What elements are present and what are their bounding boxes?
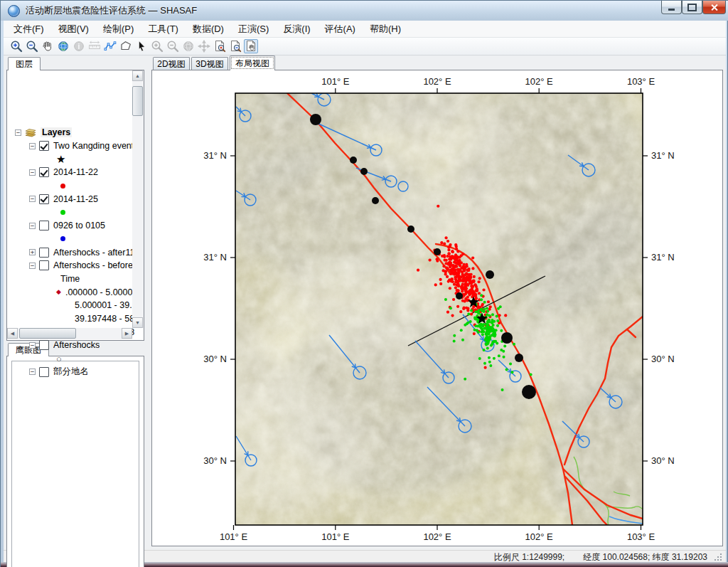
menu-tools[interactable]: 工具(T) [141, 21, 186, 38]
tab-2d-view[interactable]: 2D视图 [153, 57, 190, 70]
zoom-in-icon[interactable] [9, 39, 23, 53]
tree-hscrollbar[interactable]: ◀ ▶ [7, 328, 132, 339]
tree-row[interactable]: 39.197448 - 58.796 [11, 312, 134, 326]
collapse-icon[interactable]: − [29, 342, 36, 349]
layer-label: 部分地名 [53, 366, 89, 378]
pan-icon[interactable] [41, 39, 55, 53]
collapse-icon[interactable]: − [29, 223, 36, 229]
axis-tick-label: 101° E [321, 76, 350, 87]
collapse-icon[interactable]: − [29, 143, 36, 149]
tree-row[interactable] [11, 179, 134, 193]
menu-draw[interactable]: 绘制(P) [96, 21, 141, 38]
collapse-icon[interactable]: − [29, 369, 36, 375]
layer-checkbox[interactable] [39, 194, 49, 204]
menu-data[interactable]: 数据(D) [186, 21, 231, 38]
page-pan-icon[interactable] [244, 39, 258, 53]
tree-row[interactable]: +Aftershocks - after112 [11, 245, 134, 259]
layer-checkbox[interactable] [39, 367, 49, 377]
scroll-thumb[interactable] [132, 86, 143, 116]
identify-icon: i [72, 39, 86, 53]
svg-text:i: i [78, 43, 80, 51]
menu-forward[interactable]: 正演(S) [231, 21, 276, 38]
layer-checkbox[interactable] [39, 221, 49, 230]
tree-vscrollbar[interactable]: ▲ ▼ [132, 70, 144, 328]
select-icon[interactable] [134, 39, 149, 53]
layer-tree[interactable]: −Layers−Two Kangding events★−2014-11-22−… [11, 126, 134, 382]
axis-tick-label: 30° N [651, 455, 675, 466]
zoom-out-icon[interactable] [25, 39, 39, 53]
polyline-icon[interactable] [103, 39, 117, 53]
tree-row[interactable]: 5.000001 - 39.1974 [11, 299, 134, 312]
point-symbol-icon [60, 184, 65, 189]
axis-tick-label: 30° N [203, 455, 227, 466]
layer-label: 2014-11-22 [53, 167, 98, 177]
page-zoom-in-icon[interactable] [213, 39, 227, 53]
axis-tick-label: 31° N [651, 252, 675, 263]
scroll-thumb[interactable] [19, 328, 76, 339]
layer-label: 5.000001 - 39.1974 [75, 300, 134, 310]
polygon-icon[interactable] [119, 39, 133, 53]
tree-row[interactable]: −Aftershocks - before1 [11, 259, 134, 272]
layer-label: 39.197448 - 58.796 [75, 314, 134, 324]
collapse-icon[interactable]: − [29, 196, 36, 202]
menu-inverse[interactable]: 反演(I) [276, 21, 317, 38]
tree-row[interactable]: −2014-11-22 [11, 166, 134, 179]
menu-view[interactable]: 视图(V) [51, 21, 96, 38]
measure-icon [87, 39, 102, 53]
layer-label: Aftershocks - before1 [53, 260, 134, 270]
zoom-out-icon [166, 39, 180, 53]
scroll-down-arrow[interactable]: ▼ [132, 317, 143, 328]
close-button[interactable] [702, 1, 726, 14]
tree-row[interactable] [11, 233, 134, 246]
resize-grip[interactable] [720, 559, 722, 561]
tree-row[interactable]: ○ [11, 352, 134, 366]
expand-icon[interactable]: + [29, 249, 36, 255]
tab-layers[interactable]: 图层 [8, 57, 41, 70]
tree-row[interactable]: ◆.000000 - 5.000000 [11, 285, 134, 299]
axis-tick-label: 101° E [220, 531, 248, 542]
layer-checkbox[interactable] [39, 260, 49, 270]
circle-symbol-icon: ○ [56, 354, 62, 364]
axis-tick-label: 103° E [627, 76, 655, 87]
menu-help[interactable]: 帮助(H) [363, 21, 408, 38]
axis-tick-label: 101° E [321, 531, 350, 542]
title-bar[interactable]: 活动断层地震危险性评估系统 — SHASAF [1, 1, 728, 21]
tree-row[interactable]: −Two Kangding events [11, 139, 134, 153]
axis-tick-label: 102° E [525, 76, 554, 87]
tree-row[interactable]: ★ [11, 152, 134, 166]
layer-checkbox[interactable] [39, 248, 49, 258]
scroll-left-arrow[interactable]: ◀ [7, 328, 18, 339]
layout-map[interactable]: 101° E101° E101° E102° E102° E102° E102°… [152, 70, 722, 546]
layer-checkbox[interactable] [39, 167, 49, 177]
tree-row[interactable]: −部分地名 [11, 365, 134, 378]
app-window: 活动断层地震危险性评估系统 — SHASAF 文件(F)视图(V)绘制(P)工具… [0, 0, 728, 567]
tree-row[interactable]: −2014-11-25 [11, 192, 134, 206]
axis-tick-label: 31° N [203, 252, 227, 263]
map-canvas[interactable]: 101° E101° E101° E102° E102° E102° E102°… [151, 70, 723, 546]
tree-row[interactable]: Time [11, 272, 134, 286]
scroll-right-arrow[interactable]: ▶ [122, 328, 132, 339]
layer-checkbox[interactable] [39, 340, 49, 350]
tree-row[interactable]: −0926 to 0105 [11, 219, 134, 233]
scroll-up-arrow[interactable]: ▲ [132, 70, 143, 81]
tree-row[interactable] [11, 206, 134, 219]
axis-tick-label: 31° N [651, 150, 675, 161]
page-zoom-out-icon[interactable] [228, 39, 242, 53]
tree-row[interactable]: −Layers [11, 126, 134, 139]
minimize-button[interactable] [661, 1, 682, 14]
tab-layout-view[interactable]: 布局视图 [230, 55, 275, 70]
collapse-icon[interactable]: − [15, 129, 21, 136]
globe-icon[interactable] [56, 39, 70, 53]
collapse-icon[interactable]: − [29, 263, 36, 269]
tree-row[interactable]: −Aftershocks [11, 339, 134, 352]
menu-file[interactable]: 文件(F) [6, 21, 51, 38]
layer-label: Aftershocks [53, 340, 100, 350]
maximize-button[interactable] [682, 1, 702, 14]
zoom-in-icon [150, 39, 164, 53]
collapse-icon[interactable]: − [29, 169, 36, 176]
menu-assess[interactable]: 评估(A) [318, 21, 363, 38]
layer-label: 2014-11-25 [53, 194, 98, 204]
layer-checkbox[interactable] [39, 141, 49, 151]
tab-3d-view[interactable]: 3D视图 [191, 57, 228, 70]
layer-label: Aftershocks - after112 [53, 248, 134, 258]
